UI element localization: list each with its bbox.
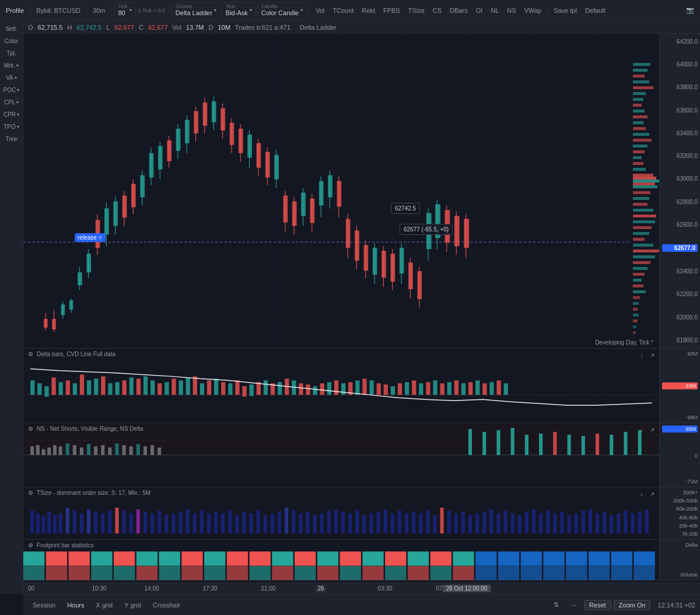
close-value: 62,677 — [148, 24, 168, 31]
svg-rect-404 — [453, 566, 474, 581]
svg-rect-132 — [633, 168, 646, 171]
price-63600: 63600.0 — [662, 107, 698, 114]
sidebar-item-mrk[interactable]: Mrk. ▾ — [1, 60, 22, 71]
svg-rect-393 — [204, 566, 225, 581]
zoom-on-btn[interactable]: Zoom On — [614, 600, 651, 610]
svg-rect-168 — [59, 382, 63, 395]
svg-rect-331 — [468, 515, 472, 534]
price-63400: 63400.0 — [662, 130, 698, 136]
cs-button[interactable]: CS — [429, 2, 445, 19]
timeframe-button[interactable]: 30m — [89, 2, 108, 19]
svg-rect-279 — [101, 514, 104, 534]
delta-expand-btn[interactable]: ↗ — [648, 351, 656, 359]
svg-rect-327 — [440, 508, 444, 533]
svg-rect-153 — [633, 279, 642, 282]
svg-rect-315 — [355, 511, 359, 533]
svg-rect-160 — [633, 319, 638, 322]
tsize-expand-btn[interactable]: ↗ — [648, 490, 656, 498]
main-chart-panel[interactable]: release ✕ 62742.5 62677 (-65.5, +0) — [23, 34, 700, 349]
sidebar-item-tpo[interactable]: TPO ▾ — [1, 121, 22, 132]
ns-controls: ↓ ↗ — [638, 426, 656, 434]
oi-button[interactable]: OI — [473, 2, 487, 19]
svg-rect-265 — [610, 435, 613, 455]
arrows-btn[interactable]: ⇅ — [549, 600, 564, 610]
gear-footprint[interactable]: ⚙ — [28, 542, 33, 549]
svg-rect-227 — [475, 381, 480, 395]
xgrid-btn[interactable]: X grid — [91, 600, 117, 610]
svg-rect-210 — [355, 381, 359, 395]
tcount-button[interactable]: TCount — [329, 2, 357, 19]
svg-rect-229 — [489, 382, 494, 395]
vol-button[interactable]: Vol — [312, 2, 328, 19]
svg-rect-310 — [320, 514, 324, 534]
save-tpl-button[interactable]: Save tpl — [550, 2, 580, 19]
release-close-btn[interactable]: ✕ — [98, 235, 103, 241]
svg-rect-276 — [80, 514, 83, 534]
sidebar-item-cpr[interactable]: CPR ▾ — [1, 109, 22, 120]
sidebar-item-poc[interactable]: POC ▾ — [1, 85, 22, 96]
svg-rect-325 — [426, 511, 429, 533]
delta-collapse-btn[interactable]: ↓ — [638, 351, 646, 359]
candle-dropdown[interactable]: Candle Color Candle ▾ — [257, 2, 307, 19]
gear-tsize[interactable]: ⚙ — [28, 490, 33, 496]
d-value: 10M — [218, 24, 230, 31]
svg-rect-219 — [419, 384, 423, 395]
svg-rect-353 — [624, 511, 627, 533]
svg-rect-175 — [108, 384, 112, 395]
svg-rect-299 — [242, 512, 246, 533]
default-button[interactable]: Default — [582, 2, 609, 19]
svg-rect-263 — [582, 436, 585, 455]
tsize-button[interactable]: TSize — [405, 2, 428, 19]
crosshair-btn[interactable]: Crosshair — [148, 600, 185, 610]
svg-rect-95 — [382, 251, 386, 277]
screenshot-button[interactable]: 📷 — [682, 2, 698, 19]
tick-group: Tick 80 — [118, 4, 127, 16]
session-btn[interactable]: Session — [28, 600, 60, 610]
text-group: Text Bid-Ask — [226, 4, 248, 16]
time-crosshair: 26 Oct 12:00:00 — [442, 585, 491, 592]
text-dropdown[interactable]: Text Bid-Ask ▾ — [222, 2, 256, 19]
cluster-dropdown[interactable]: Cluster Delta Ladder ▾ — [172, 2, 220, 19]
sidebar-item-va[interactable]: VA ▾ — [1, 72, 22, 83]
nl-button[interactable]: NL — [487, 2, 502, 19]
color-label: Color — [5, 38, 19, 44]
svg-rect-389 — [114, 566, 135, 581]
sidebar-item-sett[interactable]: Sett. — [1, 23, 22, 34]
ns-collapse-btn[interactable]: ↓ — [638, 426, 646, 434]
gear-delta[interactable]: ⚙ — [28, 351, 33, 357]
tick-dropdown[interactable]: Tick 80 ▾ — [114, 2, 135, 19]
svg-rect-150 — [633, 261, 650, 264]
gear-ns[interactable]: ⚙ — [28, 426, 33, 432]
svg-rect-412 — [634, 566, 654, 581]
sidebar-item-tree[interactable]: Tree — [1, 133, 22, 145]
svg-rect-381 — [566, 551, 587, 566]
ns-expand-btn[interactable]: ↗ — [648, 426, 656, 434]
ygrid-btn[interactable]: Y grid — [120, 600, 146, 610]
sidebar-item-color[interactable]: Color — [1, 36, 22, 47]
right-arrow-btn[interactable]: → — [566, 600, 582, 610]
exchange-button[interactable]: Bybit: BTCUSD — [33, 2, 84, 19]
svg-rect-126 — [633, 133, 649, 136]
svg-rect-388 — [91, 566, 112, 581]
ns-button[interactable]: NS — [503, 2, 519, 19]
fpbs-button[interactable]: FPBS — [380, 2, 404, 19]
vwap-button[interactable]: VWap — [521, 2, 545, 19]
svg-rect-359 — [69, 551, 90, 566]
hours-btn[interactable]: Hours — [62, 600, 89, 610]
rekt-button[interactable]: Rekt — [358, 2, 379, 19]
sidebar-item-tpl[interactable]: Tpl. — [1, 48, 22, 59]
svg-rect-396 — [272, 566, 293, 581]
svg-rect-247 — [108, 448, 111, 455]
cluster-chevron: ▾ — [214, 8, 216, 13]
tsize-collapse-btn[interactable]: ↓ — [638, 490, 646, 498]
svg-rect-282 — [123, 511, 126, 533]
reset-btn[interactable]: Reset — [584, 600, 611, 610]
profile-button[interactable]: Profile — [2, 2, 27, 19]
svg-rect-261 — [553, 432, 556, 455]
release-tag[interactable]: release ✕ — [75, 233, 106, 242]
chart-panels: release ✕ 62742.5 62677 (-65.5, +0) — [23, 34, 700, 594]
svg-rect-191 — [221, 382, 225, 395]
volume-profile-svg — [630, 34, 659, 349]
sidebar-item-cpl[interactable]: CPL ▾ — [1, 97, 22, 108]
dbars-button[interactable]: DBars — [446, 2, 471, 19]
